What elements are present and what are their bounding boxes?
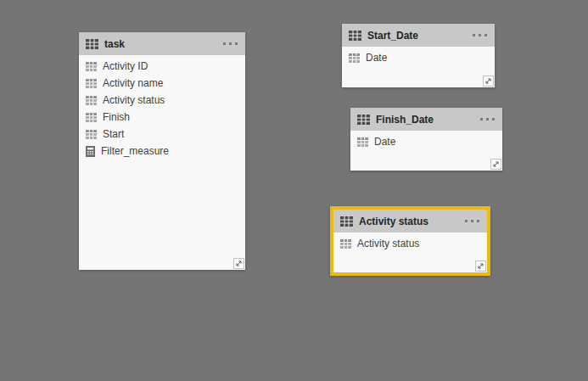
more-options-ellipsis-icon[interactable]: [464, 216, 480, 226]
field-row[interactable]: Start: [79, 126, 245, 143]
field-row[interactable]: Filter_measure: [79, 143, 245, 160]
resize-handle[interactable]: [483, 76, 494, 87]
resize-handle[interactable]: [233, 258, 244, 269]
table-title: Activity status: [359, 216, 458, 227]
table-field-list: Activity ID Activity name Activity statu…: [79, 55, 245, 160]
field-label: Activity name: [103, 77, 163, 89]
table-title: Start_Date: [367, 30, 466, 42]
field-row[interactable]: Activity ID: [79, 58, 245, 75]
table-card-header[interactable]: Start_Date: [342, 24, 495, 47]
field-row[interactable]: Date: [342, 49, 495, 66]
field-label: Date: [374, 136, 395, 148]
field-label: Finish: [103, 111, 130, 123]
table-column-icon: [86, 130, 97, 139]
table-card-activity-status-selected[interactable]: Activity status Activity status: [330, 206, 490, 276]
more-options-ellipsis-icon[interactable]: [479, 115, 496, 124]
table-card-header[interactable]: Finish_Date: [350, 108, 502, 131]
table-card-header[interactable]: Activity status: [333, 210, 487, 233]
table-card-finish-date[interactable]: Finish_Date Date: [350, 108, 502, 171]
table-column-icon: [86, 113, 97, 122]
table-column-icon: [340, 239, 351, 249]
field-row[interactable]: Activity name: [79, 75, 245, 92]
field-label: Activity status: [103, 94, 165, 106]
field-label: Activity status: [357, 238, 419, 249]
more-options-ellipsis-icon[interactable]: [472, 31, 488, 40]
table-grid-icon: [349, 31, 361, 41]
field-row[interactable]: Date: [350, 133, 502, 150]
field-label: Filter_measure: [101, 145, 169, 157]
table-card-task[interactable]: task Activity ID Activity name Activity …: [79, 32, 245, 270]
resize-handle[interactable]: [475, 261, 486, 272]
table-grid-icon: [357, 115, 370, 125]
table-column-icon: [349, 53, 360, 63]
table-card-header[interactable]: task: [79, 32, 245, 55]
more-options-ellipsis-icon[interactable]: [222, 39, 238, 48]
calculator-measure-icon: [86, 146, 95, 157]
field-label: Date: [366, 52, 387, 64]
table-column-icon: [86, 79, 97, 88]
table-title: Finish_Date: [376, 114, 473, 126]
table-title: task: [104, 38, 216, 50]
field-row[interactable]: Activity status: [333, 235, 487, 252]
table-column-icon: [86, 62, 97, 71]
field-label: Start: [103, 128, 124, 140]
table-grid-icon: [86, 39, 98, 49]
resize-handle[interactable]: [490, 159, 501, 170]
field-label: Activity ID: [103, 60, 148, 72]
table-grid-icon: [340, 216, 353, 227]
table-field-list: Date: [350, 131, 502, 150]
field-row[interactable]: Activity status: [79, 92, 245, 109]
table-field-list: Date: [342, 47, 495, 66]
field-row[interactable]: Finish: [79, 109, 245, 126]
table-column-icon: [86, 96, 97, 105]
table-column-icon: [357, 137, 368, 147]
table-card-start-date[interactable]: Start_Date Date: [342, 24, 495, 87]
table-field-list: Activity status: [333, 233, 487, 252]
model-view-canvas: task Activity ID Activity name Activity …: [0, 0, 588, 381]
